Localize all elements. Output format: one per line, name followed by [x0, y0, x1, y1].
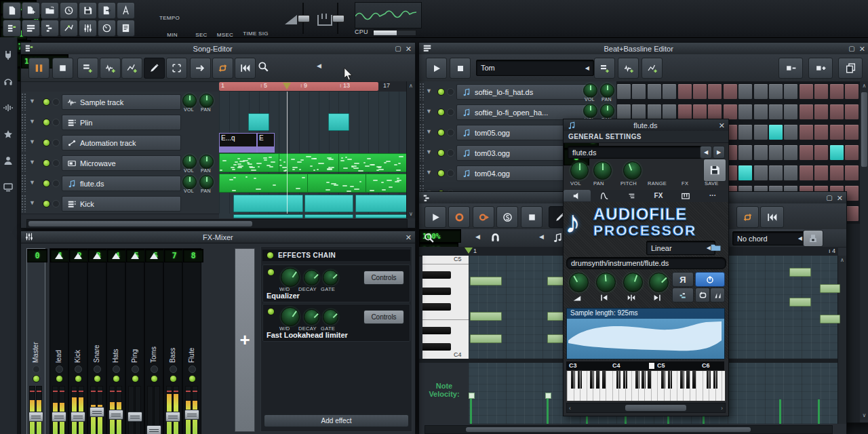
- track-mute-led[interactable]: [437, 149, 445, 157]
- step-cell[interactable]: [631, 104, 646, 120]
- step-cell[interactable]: [829, 165, 844, 181]
- step-cell[interactable]: [647, 83, 662, 100]
- next-instrument-button[interactable]: ▶: [713, 146, 725, 159]
- scroll-down-arrow[interactable]: ∨: [407, 211, 415, 217]
- record-play-button[interactable]: [473, 206, 494, 228]
- track-grip[interactable]: [21, 154, 26, 172]
- channel-fader[interactable]: [108, 410, 123, 420]
- effect-controls-button[interactable]: Controls: [363, 271, 404, 285]
- step-cell[interactable]: [692, 83, 707, 100]
- bb-pattern-segment[interactable]: [304, 214, 353, 218]
- jump-to-playback-button[interactable]: [190, 58, 211, 79]
- channel-fader[interactable]: [52, 412, 66, 422]
- pan-knob[interactable]: [199, 175, 214, 189]
- channel-on-led[interactable]: [170, 375, 177, 382]
- zoom-decrease-arrow[interactable]: ◀: [475, 233, 480, 240]
- step-cell[interactable]: [783, 165, 798, 181]
- channel-fader[interactable]: [165, 412, 180, 422]
- track-mute-led[interactable]: [437, 108, 445, 116]
- volume-knob[interactable]: [583, 104, 597, 118]
- toggle-automation-editor-button[interactable]: [60, 20, 78, 37]
- start-point-knob[interactable]: [596, 273, 616, 292]
- send-arrow-icon[interactable]: [55, 253, 63, 259]
- effect-enable-led[interactable]: [267, 308, 275, 315]
- track-mute-led[interactable]: [43, 98, 50, 106]
- steps-add-button[interactable]: [808, 58, 833, 79]
- snap-decrease-arrow[interactable]: ◀: [539, 233, 544, 240]
- pattern-selector-dropdown[interactable]: Tom◀: [476, 60, 594, 76]
- track-solo-led[interactable]: [52, 139, 60, 146]
- track-collapse-arrow[interactable]: ▼: [29, 179, 35, 186]
- tab-func[interactable]: [618, 190, 645, 201]
- channel-mute-led[interactable]: [113, 366, 120, 373]
- song-editor-titlebar[interactable]: Song-Editor▢✕: [21, 43, 415, 55]
- black-key[interactable]: [422, 303, 451, 311]
- step-cell[interactable]: [799, 104, 814, 120]
- decay-knob[interactable]: [304, 270, 319, 285]
- track-grip[interactable]: [419, 103, 424, 121]
- channel-on-led[interactable]: [151, 375, 158, 382]
- step-cell[interactable]: [707, 83, 722, 100]
- step-cell[interactable]: [753, 104, 768, 120]
- channel-mute-led[interactable]: [75, 366, 82, 373]
- bb-pattern-segment[interactable]: [248, 113, 269, 131]
- playhead-marker[interactable]: [465, 248, 473, 254]
- edit-mode-button[interactable]: [166, 58, 187, 79]
- channel-on-led[interactable]: [75, 375, 82, 382]
- pan-knob[interactable]: [600, 104, 614, 118]
- stop-button[interactable]: [521, 206, 542, 228]
- midi-note[interactable]: [547, 334, 564, 343]
- chord-stamp-button[interactable]: [803, 230, 823, 247]
- track-grip[interactable]: [21, 113, 26, 131]
- step-cell[interactable]: [829, 83, 844, 100]
- mixer-channel-Hats[interactable]: 4Hats: [106, 248, 125, 434]
- channel-mute-led[interactable]: [151, 366, 158, 373]
- sidebar-item-computer[interactable]: [3, 182, 14, 193]
- toggle-fx-mixer-button[interactable]: [79, 20, 97, 37]
- sidebar-item-instruments[interactable]: [3, 50, 14, 61]
- mixer-channel-lead[interactable]: 1lead: [50, 248, 68, 434]
- step-cell[interactable]: [799, 144, 814, 161]
- step-cell[interactable]: [768, 165, 783, 181]
- step-cell[interactable]: [814, 83, 829, 100]
- dropdown-arrow-icon[interactable]: ◀: [585, 65, 589, 71]
- maximize-button[interactable]: ▢: [848, 45, 854, 52]
- track-grip[interactable]: [419, 164, 424, 182]
- track-name-button[interactable]: Plin: [62, 115, 181, 130]
- song-hscrollbar[interactable]: [26, 219, 408, 229]
- new-project-button[interactable]: [3, 2, 21, 19]
- midi-note[interactable]: [789, 298, 811, 307]
- play-button[interactable]: [425, 206, 446, 228]
- whats-this-button[interactable]: [117, 2, 135, 19]
- plugin-keyboard[interactable]: [566, 370, 726, 401]
- channel-mute-led[interactable]: [33, 366, 40, 373]
- open-project-button[interactable]: [41, 2, 59, 19]
- black-key[interactable]: [422, 288, 451, 295]
- step-cell[interactable]: [647, 104, 662, 120]
- effect-slot[interactable]: W/DDECAYGATEControlsFast Lookahead limit…: [262, 304, 410, 342]
- decay-knob[interactable]: [304, 309, 319, 325]
- step-cell[interactable]: [768, 83, 783, 100]
- mixer-channel-Snare[interactable]: 3Snare: [87, 248, 106, 434]
- midi-note[interactable]: [547, 312, 564, 321]
- step-cell[interactable]: [738, 124, 753, 140]
- plugin-keyboard-scrollbar[interactable]: ‹›: [566, 403, 726, 413]
- loop-button[interactable]: [695, 288, 710, 302]
- piano-roll-vscrollbar[interactable]: ∧: [837, 256, 846, 424]
- volume-knob[interactable]: [182, 175, 197, 189]
- bb-pattern-segment[interactable]: [304, 195, 353, 212]
- midi-note[interactable]: [820, 284, 840, 293]
- playhead-marker[interactable]: [283, 83, 291, 90]
- step-cell-active[interactable]: [768, 124, 783, 140]
- song-timeline[interactable]: 1ı 5ı 9ı 1317: [219, 81, 406, 92]
- black-key[interactable]: [422, 327, 451, 334]
- track-collapse-arrow[interactable]: ▼: [29, 159, 35, 165]
- track-name-button[interactable]: softie_lo-fi_hat.ds: [456, 84, 589, 100]
- add-effect-button[interactable]: Add effect: [264, 414, 409, 427]
- channel-mute-led[interactable]: [132, 366, 139, 373]
- draw-mode-button[interactable]: [144, 58, 165, 79]
- track-collapse-arrow[interactable]: ▼: [426, 87, 432, 94]
- track-pattern-area[interactable]: [219, 153, 406, 173]
- step-cell[interactable]: [799, 83, 814, 100]
- channel-fader[interactable]: [28, 412, 43, 422]
